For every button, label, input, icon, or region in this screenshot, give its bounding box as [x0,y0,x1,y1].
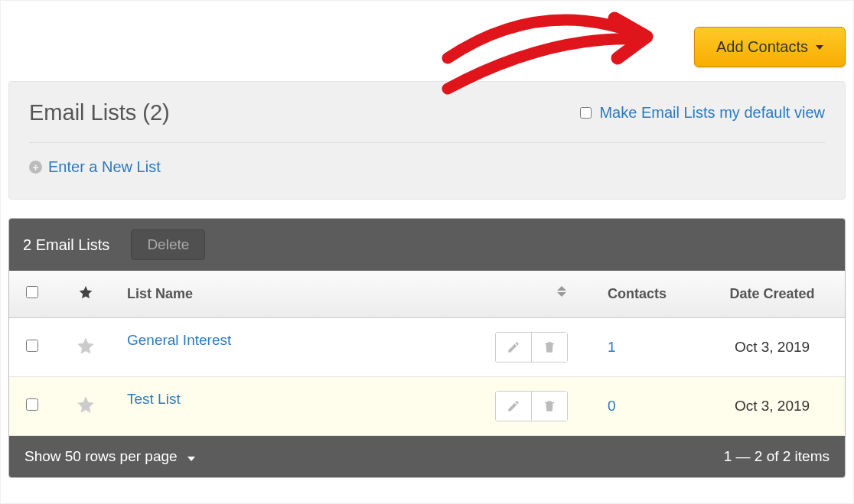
list-name-link[interactable]: General Interest [127,332,231,348]
add-contacts-button[interactable]: Add Contacts [694,27,846,67]
pencil-icon [507,399,520,413]
col-header-name[interactable]: List Name [116,271,585,318]
enter-new-list-label: Enter a New List [48,158,161,176]
col-header-star [55,271,116,318]
trash-icon [543,340,556,354]
date-created: Oct 3, 2019 [699,318,845,377]
enter-new-list-link[interactable]: + Enter a New List [29,158,161,176]
edit-button[interactable] [496,333,531,362]
table-footer: Show 50 rows per page 1 — 2 of 2 items [9,436,845,477]
sort-icon [557,286,566,297]
email-lists-panel: Email Lists (2) Make Email Lists my defa… [8,81,846,200]
caret-down-icon [816,45,823,50]
edit-button[interactable] [496,392,531,421]
plus-circle-icon: + [29,161,42,174]
default-view-link[interactable]: Make Email Lists my default view [599,104,825,122]
add-contacts-label: Add Contacts [716,38,808,56]
delete-row-button[interactable] [531,392,567,421]
select-all-checkbox[interactable] [26,286,38,298]
trash-icon [543,399,556,413]
delete-button[interactable]: Delete [131,229,205,260]
row-checkbox[interactable] [26,340,38,352]
table-toolbar: 2 Email Lists Delete [9,219,845,271]
col-header-checkbox [9,271,55,318]
contacts-count[interactable]: 1 [608,339,616,355]
default-view-checkbox[interactable] [580,107,592,119]
star-icon[interactable] [76,343,96,359]
pagination-summary: 1 — 2 of 2 items [724,448,830,465]
row-actions [495,332,568,363]
rows-per-page-select[interactable]: Show 50 rows per page [24,448,195,465]
star-icon[interactable] [76,402,96,418]
row-actions [495,391,568,421]
table-row: General Interest 1 Oct 3, 2019 [9,318,845,377]
caret-down-icon [187,457,195,461]
contacts-count[interactable]: 0 [608,398,616,414]
table-row: Test List 0 Oct 3, 2019 [9,377,845,436]
col-header-date[interactable]: Date Created [699,271,845,318]
list-name-link[interactable]: Test List [127,391,181,407]
col-header-contacts[interactable]: Contacts [585,271,699,318]
pencil-icon [507,340,520,354]
date-created: Oct 3, 2019 [699,377,845,436]
email-lists-table: 2 Email Lists Delete List Name Contacts [8,218,846,478]
panel-title: Email Lists (2) [29,100,170,125]
star-icon [78,288,93,303]
row-checkbox[interactable] [26,398,38,411]
table-count-label: 2 Email Lists [23,236,109,254]
delete-row-button[interactable] [531,333,567,362]
